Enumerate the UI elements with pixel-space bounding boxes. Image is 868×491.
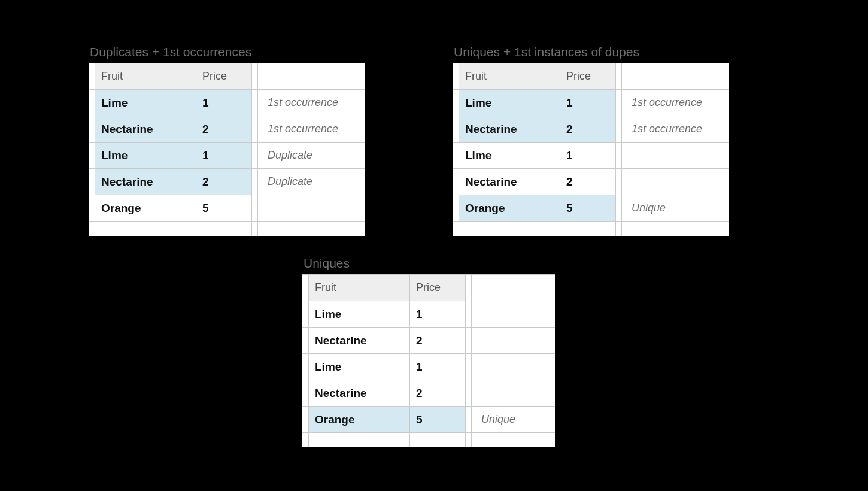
note-cell: Unique xyxy=(621,195,729,222)
gutter-cell xyxy=(453,169,459,195)
gutter-cell xyxy=(615,222,621,236)
gutter-cell xyxy=(453,195,459,222)
gutter-cell xyxy=(465,433,471,447)
fruit-cell: Lime xyxy=(459,90,560,116)
gutter-cell xyxy=(621,222,729,236)
table-block-uniques-first: Uniques + 1st instances of dupesFruitPri… xyxy=(453,45,729,236)
note-cell xyxy=(621,143,729,169)
gutter-cell xyxy=(453,63,459,90)
gutter-cell xyxy=(251,63,257,90)
gutter-cell xyxy=(453,116,459,143)
price-cell: 5 xyxy=(196,195,251,222)
table-title: Uniques xyxy=(302,256,555,271)
gutter-cell xyxy=(465,407,471,433)
gutter-cell xyxy=(615,116,621,143)
gutter-cell xyxy=(465,380,471,407)
gutter-cell xyxy=(89,116,95,143)
gutter-cell xyxy=(89,90,95,116)
header-price: Price xyxy=(409,275,465,301)
spreadsheet-table: FruitPriceLime1Nectarine2Lime1Nectarine2… xyxy=(302,274,555,447)
note-cell: Unique xyxy=(471,407,555,433)
gutter-cell xyxy=(251,90,257,116)
fruit-cell: Nectarine xyxy=(308,328,409,354)
gutter-cell xyxy=(409,433,465,447)
fruit-cell: Lime xyxy=(95,143,196,169)
gutter-cell xyxy=(302,407,308,433)
note-cell: 1st occurrence xyxy=(621,90,729,116)
gutter-cell xyxy=(95,222,196,236)
header-fruit: Fruit xyxy=(308,275,409,301)
note-cell xyxy=(471,328,555,354)
gutter-cell xyxy=(302,275,308,301)
note-cell: 1st occurrence xyxy=(621,116,729,143)
gutter-cell xyxy=(453,143,459,169)
gutter-cell xyxy=(89,143,95,169)
gutter-cell xyxy=(251,116,257,143)
note-cell xyxy=(621,63,729,90)
price-cell: 2 xyxy=(409,380,465,407)
price-cell: 1 xyxy=(409,301,465,328)
gutter-cell xyxy=(615,195,621,222)
fruit-cell: Nectarine xyxy=(95,169,196,195)
fruit-cell: Orange xyxy=(95,195,196,222)
gutter-cell xyxy=(302,354,308,380)
note-cell xyxy=(621,169,729,195)
gutter-cell xyxy=(302,328,308,354)
header-price: Price xyxy=(196,63,251,90)
note-cell xyxy=(471,354,555,380)
gutter-cell xyxy=(465,328,471,354)
gutter-cell xyxy=(453,90,459,116)
fruit-cell: Orange xyxy=(459,195,560,222)
fruit-cell: Nectarine xyxy=(459,169,560,195)
note-cell: Duplicate xyxy=(257,169,365,195)
note-cell xyxy=(257,63,365,90)
fruit-cell: Nectarine xyxy=(459,116,560,143)
spreadsheet-table: FruitPriceLime11st occurrenceNectarine21… xyxy=(89,63,365,236)
gutter-cell xyxy=(615,169,621,195)
gutter-cell xyxy=(251,143,257,169)
gutter-cell xyxy=(302,301,308,328)
note-cell: Duplicate xyxy=(257,143,365,169)
header-price: Price xyxy=(560,63,615,90)
gutter-cell xyxy=(465,301,471,328)
table-block-dupes: Duplicates + 1st occurrencesFruitPriceLi… xyxy=(89,45,365,236)
fruit-cell: Nectarine xyxy=(308,380,409,407)
gutter-cell xyxy=(251,222,257,236)
gutter-cell xyxy=(196,222,251,236)
fruit-cell: Nectarine xyxy=(95,116,196,143)
price-cell: 1 xyxy=(409,354,465,380)
gutter-cell xyxy=(615,63,621,90)
fruit-cell: Lime xyxy=(95,90,196,116)
price-cell: 2 xyxy=(560,116,615,143)
note-cell xyxy=(471,275,555,301)
gutter-cell xyxy=(459,222,560,236)
fruit-cell: Lime xyxy=(308,354,409,380)
gutter-cell xyxy=(89,195,95,222)
gutter-cell xyxy=(615,90,621,116)
gutter-cell xyxy=(89,222,95,236)
fruit-cell: Lime xyxy=(308,301,409,328)
gutter-cell xyxy=(308,433,409,447)
price-cell: 2 xyxy=(196,169,251,195)
gutter-cell xyxy=(302,380,308,407)
price-cell: 5 xyxy=(560,195,615,222)
price-cell: 5 xyxy=(409,407,465,433)
gutter-cell xyxy=(471,433,555,447)
gutter-cell xyxy=(465,275,471,301)
note-cell xyxy=(471,380,555,407)
price-cell: 1 xyxy=(196,143,251,169)
price-cell: 1 xyxy=(560,143,615,169)
gutter-cell xyxy=(453,222,459,236)
fruit-cell: Orange xyxy=(308,407,409,433)
fruit-cell: Lime xyxy=(459,143,560,169)
note-cell: 1st occurrence xyxy=(257,116,365,143)
gutter-cell xyxy=(89,169,95,195)
header-fruit: Fruit xyxy=(95,63,196,90)
gutter-cell xyxy=(257,222,365,236)
price-cell: 2 xyxy=(409,328,465,354)
gutter-cell xyxy=(615,143,621,169)
gutter-cell xyxy=(89,63,95,90)
gutter-cell xyxy=(251,169,257,195)
table-title: Duplicates + 1st occurrences xyxy=(89,45,365,59)
gutter-cell xyxy=(560,222,615,236)
